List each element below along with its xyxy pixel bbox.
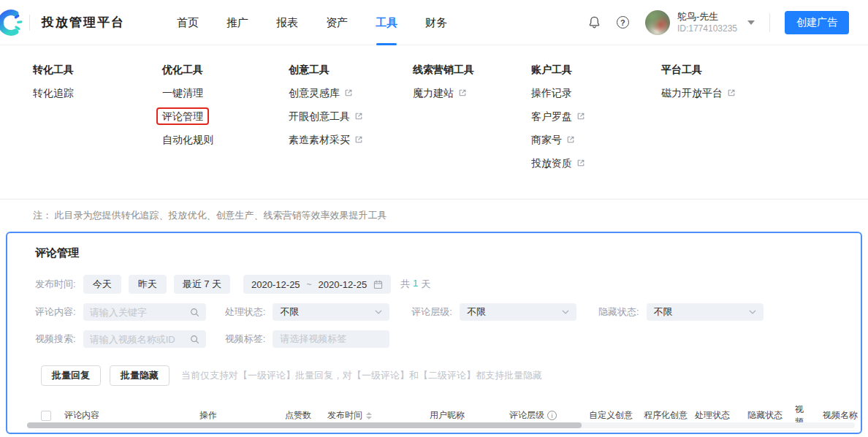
comment-level-select[interactable]: 不限 [460,303,576,321]
menu-column-title: 平台工具 [661,64,736,75]
video-search-label: 视频搜索: [35,332,76,346]
col-publish-time: 发布时间 [327,409,430,422]
nav-item-finance[interactable]: 财务 [425,0,447,45]
video-search-input[interactable] [90,334,190,345]
menu-column-title: 优化工具 [162,64,289,75]
range-start-date: 2020-12-25 [251,279,300,290]
col-hide-status: 隐藏状态 [747,409,795,422]
tools-mega-menu: 转化工具 转化追踪 优化工具 一键清理 评论管理 自动化规则 创意工具 创意灵感… [0,45,868,199]
horizontal-scrollbar-track [27,422,855,428]
user-info: 鸵鸟-先生 ID:1774103235 [677,10,737,35]
search-icon[interactable] [190,308,199,317]
help-icon[interactable]: ? [617,16,629,28]
filter-row-1: 评论内容: 处理状态: 不限 评论层级: 不限 隐藏状态: 不限 [35,303,861,321]
chevron-down-icon [562,310,569,314]
external-link-icon [576,159,585,167]
nav-item-promotion[interactable]: 推广 [226,0,248,45]
bell-icon[interactable] [587,15,602,30]
menu-item-suzao-material-purchase[interactable]: 素造素材采买 [289,134,363,145]
batch-hint: 当前仅支持对【一级评论】批量回复，对【一级评论】和【二级评论】都支持批量隐藏 [181,369,542,382]
header-right: ? 鸵鸟-先生 ID:1774103235 创建广告 [587,10,849,35]
video-tag-label: 视频标签: [225,332,266,346]
menu-item-automation-rules[interactable]: 自动化规则 [162,134,213,145]
brand-divider [29,15,30,31]
nav-item-home[interactable]: 首页 [177,0,199,45]
col-programmatic-creative: 程序化创意 [644,409,695,422]
range-separator: ~ [307,279,312,289]
menu-column-title: 线索营销工具 [413,64,531,75]
external-link-icon [354,112,363,121]
menu-column-title: 转化工具 [33,64,162,75]
menu-item-merchant-account[interactable]: 商家号 [531,134,575,145]
comment-management-panel: 评论管理 发布时间: 今天 昨天 最近 7 天 2020-12-25 ~ 202… [6,232,862,434]
batch-reply-button[interactable]: 批量回复 [41,365,101,386]
menu-item-ad-qualification[interactable]: 投放资质 [531,158,585,168]
external-link-icon [727,88,736,97]
select-all-checkbox[interactable] [41,411,51,421]
handle-status-select[interactable]: 不限 [273,303,389,321]
date-range-picker[interactable]: 2020-12-25 ~ 2020-12-25 [243,275,391,294]
hide-status-label: 隐藏状态: [598,305,639,319]
menu-note: 注： 此目录为您提供转化追踪、投放优化、创意生产、线索营销等效率效果提升工具 [0,200,868,222]
quick-today-button[interactable]: 今天 [83,275,121,294]
menu-item-creative-inspiration[interactable]: 创意灵感库 [289,88,353,98]
menu-column-creative: 创意工具 创意灵感库 开眼创意工具 素造素材采买 [289,64,413,181]
brand-logo-icon [0,8,26,37]
comment-content-input-wrap [83,303,206,321]
avatar[interactable] [645,10,670,35]
external-link-icon [354,135,363,144]
chevron-down-icon [375,310,382,314]
total-days-value: 1 [413,278,418,291]
batch-actions-row: 批量回复 批量隐藏 当前仅支持对【一级评论】批量回复，对【一级评论】和【二级评论… [41,365,861,386]
menu-column-optimization: 优化工具 一键清理 评论管理 自动化规则 [162,64,289,181]
menu-column-account: 账户工具 操作记录 客户罗盘 商家号 投放资质 [531,64,661,181]
chevron-down-icon[interactable] [747,20,755,25]
range-end-date: 2020-12-25 [319,279,368,290]
batch-hide-button[interactable]: 批量隐藏 [110,365,170,386]
menu-item-customer-compass[interactable]: 客户罗盘 [531,111,585,121]
video-tag-select[interactable]: 请选择视频标签 [273,330,389,348]
total-days: 共1天 [400,278,430,291]
top-header: 投放管理平台 首页 推广 报表 资产 工具 财务 ? 鸵鸟-先生 ID:1774… [0,0,868,45]
video-search-input-wrap [83,330,206,348]
col-comment-level: 评论层级 i [509,409,589,422]
quick-7days-button[interactable]: 最近 7 天 [174,275,230,294]
sort-icon[interactable] [366,412,372,419]
horizontal-scrollbar-thumb[interactable] [27,422,582,428]
col-likes: 点赞数 [285,409,327,422]
menu-column-lead-marketing: 线索营销工具 魔力建站 [413,64,531,181]
chevron-down-icon [749,310,756,314]
col-video-name: 视频名称 [823,409,862,422]
nav-item-tools[interactable]: 工具 [376,0,397,45]
comment-level-label: 评论层级: [411,305,452,319]
col-handle-status: 处理状态 [695,409,747,422]
external-link-icon [566,135,575,144]
quick-yesterday-button[interactable]: 昨天 [129,275,167,294]
page-title: 投放管理平台 [42,14,125,31]
calendar-icon [373,280,383,289]
menu-item-comment-management[interactable]: 评论管理 [162,111,203,121]
main-nav: 首页 推广 报表 资产 工具 财务 [163,0,461,45]
hide-status-select[interactable]: 不限 [647,303,764,321]
menu-item-operation-log[interactable]: 操作记录 [531,88,572,98]
publish-time-label: 发布时间: [35,278,76,291]
user-id: ID:1774103235 [677,23,737,34]
menu-item-kaiyan-creative-tool[interactable]: 开眼创意工具 [289,111,363,121]
info-icon[interactable]: i [547,411,557,420]
menu-item-magic-site-builder[interactable]: 魔力建站 [413,88,467,98]
menu-item-one-click-clean[interactable]: 一键清理 [162,88,203,98]
create-ad-button[interactable]: 创建广告 [785,11,849,34]
publish-time-row: 发布时间: 今天 昨天 最近 7 天 2020-12-25 ~ 2020-12-… [35,275,861,294]
nav-item-reports[interactable]: 报表 [276,0,298,45]
menu-column-title: 账户工具 [531,64,661,75]
menu-column-platform: 平台工具 磁力开放平台 [661,64,736,181]
comment-content-input[interactable] [90,307,190,318]
col-custom-creative: 自定义创意 [589,409,644,422]
filter-row-2: 视频搜索: 视频标签: 请选择视频标签 [35,330,861,348]
menu-column-title: 创意工具 [289,64,413,75]
search-icon[interactable] [190,335,199,344]
col-actions: 操作 [199,409,285,422]
menu-item-conversion-tracking[interactable]: 转化追踪 [33,88,74,98]
nav-item-assets[interactable]: 资产 [326,0,348,45]
menu-item-magnetic-open-platform[interactable]: 磁力开放平台 [661,88,736,98]
